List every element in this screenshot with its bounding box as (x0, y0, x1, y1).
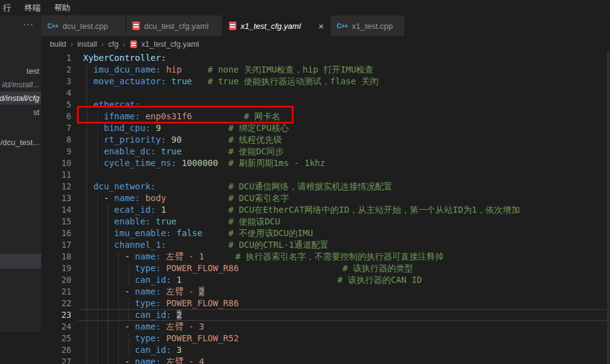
line-number[interactable]: 18 (41, 251, 78, 263)
tab-x1-test-cpp[interactable]: C++ x1_test.cpp (331, 15, 405, 36)
code-line-24[interactable]: 24 - name: 左臂 - 3 (41, 321, 610, 333)
menu-item-terminal[interactable]: 终端 (25, 2, 41, 14)
code-line-4[interactable]: 4 (41, 87, 610, 99)
code-line-21[interactable]: 21 - name: 左臂 - 2 (41, 286, 610, 298)
code-token: XyberController: (83, 53, 166, 63)
sidebar-item[interactable]: /dcu_test... (0, 136, 41, 149)
breadcrumb-install[interactable]: install (78, 40, 97, 49)
line-number[interactable]: 15 (41, 216, 78, 228)
line-number[interactable]: 26 (41, 344, 78, 356)
line-number[interactable]: 7 (41, 122, 78, 134)
code-line-23[interactable]: 23 can_id: 2 (41, 309, 610, 321)
indent-guide (87, 251, 87, 263)
line-number[interactable]: 27 (41, 356, 78, 364)
code-line-17[interactable]: 17 channel_1: # DCU的CTRL-1通道配置 (41, 239, 610, 251)
indent-guide (97, 192, 98, 204)
code-line-11[interactable]: 11 (41, 169, 610, 181)
line-content: type: POWER_FLOW_R52 (78, 333, 610, 344)
code-line-2[interactable]: 2 imu_dcu_name: hip # none 关闭IMU检查，hip 打… (41, 64, 610, 76)
code-line-19[interactable]: 19 type: POWER_FLOW_R86 # 该执行器的类型 (41, 263, 610, 274)
code-line-10[interactable]: 10 cycle_time_ns: 1000000 # 刷新周期1ms - 1k… (41, 157, 610, 169)
code-token: - (124, 322, 135, 331)
code-line-5[interactable]: 5 ethercat: (41, 99, 610, 111)
more-actions-icon[interactable]: ··· (0, 15, 41, 35)
code-token (166, 193, 228, 203)
code-token (161, 287, 166, 296)
code-line-13[interactable]: 13 - name: body # DCU索引名字 (41, 192, 610, 204)
line-content: XyberController: (78, 52, 610, 64)
indent-guide (97, 204, 98, 216)
code-token: hip (166, 65, 182, 74)
sidebar-item[interactable]: ild/install... (0, 78, 41, 91)
code-line-18[interactable]: 18 - name: 左臂 - 1 # 执行器索引名字，不需要控制的执行器可直接… (41, 251, 610, 263)
code-token (161, 298, 166, 308)
code-token (83, 310, 135, 320)
breadcrumb-cfg[interactable]: cfg (108, 40, 119, 49)
menu-item-run[interactable]: 行 (3, 2, 11, 14)
line-number[interactable]: 21 (41, 286, 78, 298)
line-number[interactable]: 10 (41, 157, 78, 169)
indent-guide (118, 274, 119, 286)
tab-x1-test-cfg-yaml[interactable]: x1_test_cfg.yaml × (223, 15, 331, 36)
breadcrumb-file[interactable]: x1_test_cfg.yaml (142, 40, 199, 49)
line-number[interactable]: 23 (41, 309, 78, 321)
line-number[interactable]: 9 (41, 146, 78, 157)
line-number[interactable]: 19 (41, 263, 78, 274)
code-line-9[interactable]: 9 enable_dc: true # 使能DC同步 (41, 146, 610, 157)
code-line-26[interactable]: 26 can_id: 3 (41, 344, 610, 356)
line-number[interactable]: 16 (41, 228, 78, 239)
code-token (182, 146, 228, 156)
sidebar-item-selected[interactable]: d/install/cfg (0, 92, 41, 105)
code-token (161, 322, 166, 331)
scrollbar[interactable] (607, 52, 610, 364)
breadcrumb-build[interactable]: build (50, 40, 66, 49)
line-number[interactable]: 11 (41, 169, 78, 181)
code-line-20[interactable]: 20 can_id: 1 # 该执行器的CAN ID (41, 274, 610, 286)
tab-dcu-test-cfg-yaml[interactable]: dcu_test_cfg.yaml (126, 15, 223, 36)
code-line-22[interactable]: 22 type: POWER_FLOW_R86 (41, 298, 610, 309)
code-token (166, 205, 228, 215)
code-line-12[interactable]: 12 dcu_network: # DCU通信网络，请根据实机连接情况配置 (41, 181, 610, 192)
line-number[interactable]: 12 (41, 181, 78, 192)
code-editor[interactable]: 1XyberController:2 imu_dcu_name: hip # n… (41, 52, 610, 364)
sidebar-item[interactable]: st (0, 106, 41, 119)
code-line-14[interactable]: 14 ecat_id: 1 # DCU在EtherCAT网络中的ID，从主站开始… (41, 204, 610, 216)
code-line-8[interactable]: 8 rt_priority: 90 # 线程优先级 (41, 134, 610, 146)
line-number[interactable]: 5 (41, 99, 78, 111)
line-number[interactable]: 25 (41, 333, 78, 344)
cpp-icon: C++ (337, 22, 348, 30)
indent-guide (97, 216, 98, 228)
indent-guide (118, 333, 119, 344)
line-number[interactable]: 8 (41, 134, 78, 146)
sidebar-item[interactable]: test (0, 65, 41, 77)
menu-item-help[interactable]: 帮助 (54, 2, 70, 14)
line-number[interactable]: 6 (41, 111, 78, 122)
line-number[interactable]: 4 (41, 87, 78, 99)
sidebar-item-highlighted[interactable] (0, 254, 41, 269)
line-number[interactable]: 13 (41, 192, 78, 204)
yaml-icon (229, 22, 236, 30)
line-number[interactable]: 20 (41, 274, 78, 286)
line-number[interactable]: 17 (41, 239, 78, 251)
line-number[interactable]: 24 (41, 321, 78, 333)
line-number[interactable]: 1 (41, 52, 78, 64)
code-line-16[interactable]: 16 imu_enable: false # 不使用该DCU的IMU (41, 228, 610, 239)
close-icon[interactable]: × (318, 22, 324, 31)
code-token: # DCU通信网络，请根据实机连接情况配置 (228, 181, 392, 191)
code-line-6[interactable]: 6 ifname: enp0s31f6 # 网卡名 (41, 111, 610, 122)
tab-dcu-test-cpp[interactable]: C++ dcu_test.cpp (41, 15, 126, 36)
line-number[interactable]: 2 (41, 64, 78, 76)
line-number[interactable]: 3 (41, 76, 78, 87)
code-token (161, 123, 228, 133)
code-line-27[interactable]: 27 - name: 左臂 - 4 (41, 356, 610, 364)
line-number[interactable]: 22 (41, 298, 78, 309)
code-line-15[interactable]: 15 enable: true # 使能该DCU (41, 216, 610, 228)
code-line-25[interactable]: 25 type: POWER_FLOW_R52 (41, 333, 610, 344)
code-line-7[interactable]: 7 bind_cpu: 9 # 绑定CPU核心 (41, 122, 610, 134)
indent-guide (97, 333, 98, 344)
code-line-3[interactable]: 3 move_actuator: true # true 使能执行器运动测试，f… (41, 76, 610, 87)
code-line-1[interactable]: 1XyberController: (41, 52, 610, 64)
code-token: 1 (161, 205, 166, 215)
line-content: bind_cpu: 9 # 绑定CPU核心 (78, 122, 610, 134)
line-number[interactable]: 14 (41, 204, 78, 216)
